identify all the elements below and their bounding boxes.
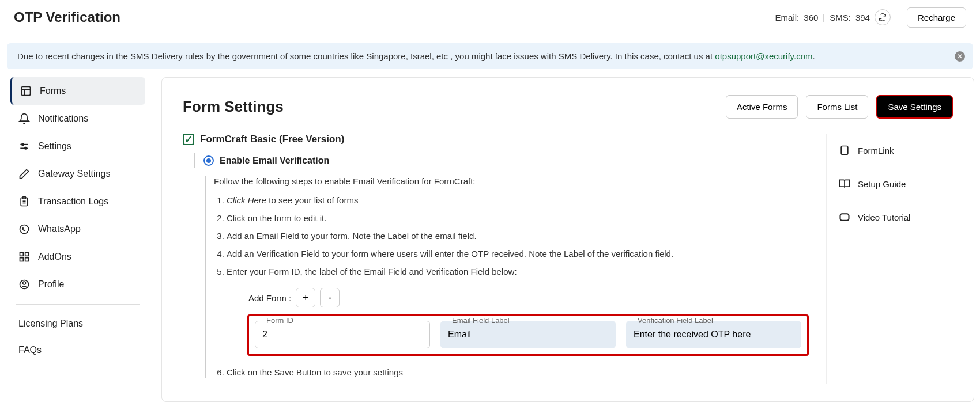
content-right: FormLink Setup Guide Video Tutorial — [826, 134, 953, 384]
sidebar-faqs[interactable]: FAQs — [10, 337, 145, 363]
separator: | — [823, 13, 825, 22]
radio-enable-email[interactable]: Enable Email Verification — [194, 153, 809, 168]
alert-text-after: . — [812, 51, 815, 61]
svg-rect-12 — [20, 253, 24, 256]
step-1: Click Here to see your list of forms — [227, 194, 809, 206]
step-2: Click on the form to edit it. — [227, 212, 809, 224]
topbar-right: Email:360 | SMS: 394 Recharge — [768, 6, 966, 29]
verification-field-label: Verification Field Label — [634, 316, 717, 325]
add-form-plus-button[interactable]: + — [296, 288, 315, 308]
alert-text: Due to recent changes in the SMS Deliver… — [17, 51, 715, 61]
video-icon — [838, 211, 851, 223]
right-link-label: FormLink — [858, 146, 894, 155]
steps-list-cont: Click on the Save Button to save your se… — [227, 366, 809, 378]
refresh-icon[interactable] — [875, 9, 891, 25]
radio-icon[interactable] — [203, 155, 214, 166]
steps-list: Click Here to see your list of forms Cli… — [227, 194, 809, 278]
sidebar-label: Transaction Logs — [38, 196, 108, 207]
sidebar-item-notifications[interactable]: Notifications — [10, 105, 145, 132]
sidebar-label: Profile — [38, 279, 64, 290]
steps-block: Follow the following steps to enable Ema… — [205, 176, 809, 378]
content-left: ✓ FormCraft Basic (Free Version) Enable … — [183, 134, 809, 384]
page-title: OTP Verification — [14, 9, 120, 25]
click-here-link[interactable]: Click Here — [227, 195, 266, 205]
form-id-group: Form ID — [255, 321, 430, 348]
bell-icon — [18, 113, 30, 124]
email-label: Email: — [775, 13, 800, 22]
svg-rect-14 — [20, 258, 24, 261]
sms-label: SMS: — [830, 13, 851, 22]
main-title: Form Settings — [183, 98, 284, 116]
whatsapp-icon — [18, 223, 30, 235]
steps-intro: Follow the following steps to enable Ema… — [214, 176, 809, 186]
grid-icon — [18, 251, 30, 263]
step-4: Add an Verification Field to your form w… — [227, 248, 809, 260]
add-form-label: Add Form : — [248, 293, 291, 303]
recharge-button[interactable]: Recharge — [907, 7, 966, 28]
topbar: OTP Verification Email:360 | SMS: 394 Re… — [0, 0, 980, 35]
svg-rect-0 — [22, 87, 31, 96]
svg-rect-19 — [840, 214, 849, 221]
email-label-group: Email Field Label — [440, 321, 616, 348]
sidebar-licensing[interactable]: Licensing Plans — [10, 310, 145, 337]
link-icon — [838, 144, 851, 157]
add-form-minus-button[interactable]: - — [320, 288, 340, 308]
form-id-label: Form ID — [263, 316, 297, 325]
video-tutorial-link[interactable]: Video Tutorial — [838, 200, 953, 234]
credits-display: Email:360 | SMS: 394 — [768, 6, 898, 29]
user-icon — [18, 279, 30, 290]
sms-count: 394 — [855, 13, 870, 22]
svg-rect-13 — [25, 253, 29, 256]
svg-point-11 — [20, 225, 29, 234]
close-icon[interactable]: ✕ — [955, 51, 965, 62]
section-formcraft[interactable]: ✓ FormCraft Basic (Free Version) — [183, 134, 809, 145]
sidebar-label: WhatsApp — [38, 224, 81, 234]
sidebar-item-profile[interactable]: Profile — [10, 271, 145, 298]
layout: Forms Notifications Settings Gateway Set… — [0, 77, 980, 410]
checkbox-icon[interactable]: ✓ — [183, 134, 194, 145]
svg-rect-15 — [25, 258, 29, 261]
email-field-input[interactable] — [440, 321, 616, 348]
sidebar-item-whatsapp[interactable]: WhatsApp — [10, 215, 145, 243]
add-form-row: Add Form : + - — [248, 288, 809, 308]
svg-point-5 — [22, 143, 24, 145]
active-forms-button[interactable]: Active Forms — [726, 95, 798, 119]
pen-icon — [18, 168, 30, 180]
form-id-input[interactable] — [255, 321, 430, 348]
svg-point-6 — [25, 147, 27, 149]
save-settings-button[interactable]: Save Settings — [876, 95, 953, 119]
email-count: 360 — [804, 13, 818, 22]
step-3: Add an Email Field to your form. Note th… — [227, 230, 809, 242]
content-row: ✓ FormCraft Basic (Free Version) Enable … — [183, 134, 953, 384]
sidebar-divider — [16, 304, 140, 305]
forms-list-button[interactable]: Forms List — [806, 95, 868, 119]
sidebar: Forms Notifications Settings Gateway Set… — [6, 77, 150, 402]
svg-point-17 — [23, 282, 26, 284]
support-email-link[interactable]: otpsupport@xecurify.com — [715, 51, 812, 61]
sidebar-item-addons[interactable]: AddOns — [10, 243, 145, 271]
sliders-icon — [18, 141, 30, 152]
sidebar-label: AddOns — [38, 252, 71, 262]
main-header: Form Settings Active Forms Forms List Sa… — [183, 95, 953, 119]
sidebar-item-settings[interactable]: Settings — [10, 132, 145, 160]
setup-guide-link[interactable]: Setup Guide — [838, 167, 953, 200]
verification-field-input[interactable] — [626, 321, 801, 348]
forms-icon — [20, 85, 32, 97]
svg-rect-18 — [841, 146, 848, 155]
sidebar-label: Settings — [38, 141, 71, 151]
formlink-link[interactable]: FormLink — [838, 134, 953, 167]
book-icon — [838, 177, 851, 190]
clipboard-icon — [18, 196, 30, 207]
step-6: Click on the Save Button to save your se… — [227, 366, 809, 378]
form-fields-box: Form ID Email Field Label Verification F… — [247, 314, 809, 356]
right-link-label: Video Tutorial — [858, 212, 910, 222]
sidebar-item-forms[interactable]: Forms — [10, 77, 145, 105]
radio-label: Enable Email Verification — [220, 155, 329, 166]
sidebar-label: Notifications — [38, 113, 88, 124]
verification-label-group: Verification Field Label — [626, 321, 801, 348]
sidebar-item-transaction-logs[interactable]: Transaction Logs — [10, 188, 145, 215]
section-label: FormCraft Basic (Free Version) — [200, 134, 344, 145]
sidebar-item-gateway-settings[interactable]: Gateway Settings — [10, 160, 145, 188]
right-link-label: Setup Guide — [858, 179, 906, 189]
sidebar-label: Forms — [40, 86, 66, 96]
